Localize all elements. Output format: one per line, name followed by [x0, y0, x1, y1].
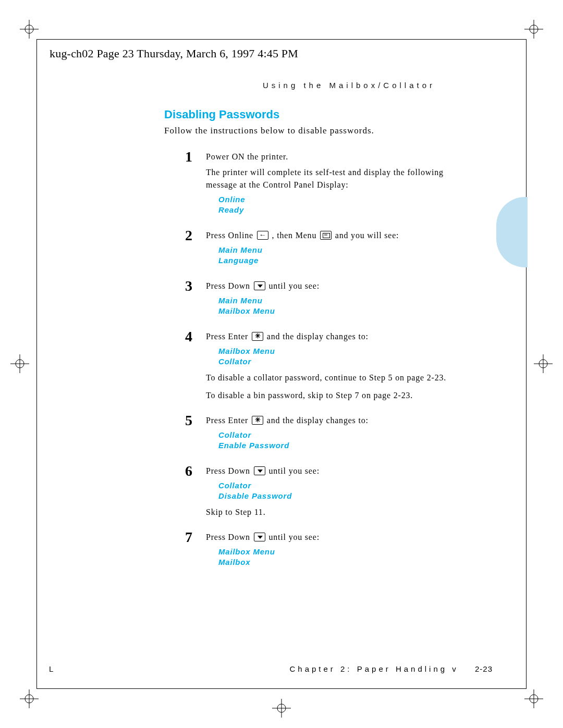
- online-button-icon: [257, 231, 268, 240]
- corner-mark: L: [49, 664, 53, 673]
- page-content: Using the Mailbox/Collator Disabling Pas…: [50, 81, 467, 582]
- lcd-display: Mailbox Menu Mailbox: [218, 547, 461, 567]
- enter-button-icon: [252, 416, 263, 425]
- step-6: 6 Press Down until you see: Collator Dis…: [185, 465, 461, 522]
- page-number: 2-23: [475, 664, 493, 673]
- page-footer: Chapter 2: Paper Handling v 2-23: [290, 664, 493, 673]
- crop-mark-icon: [524, 689, 543, 708]
- menu-button-icon: [320, 231, 332, 240]
- step-7: 7 Press Down until you see: Mailbox Menu…: [185, 531, 461, 572]
- step-5: 5 Press Enter and the display changes to…: [185, 414, 461, 455]
- step-3: 3 Press Down until you see: Main Menu Ma…: [185, 280, 461, 321]
- step-text: Press Down until you see:: [206, 465, 461, 477]
- lcd-display: Mailbox Menu Collator: [218, 346, 461, 366]
- step-text: Press Down until you see:: [206, 531, 461, 544]
- step-text: Press Down until you see:: [206, 280, 461, 292]
- step-number: 5: [185, 413, 206, 455]
- crop-mark-icon: [524, 20, 543, 39]
- step-note: To disable a collator password, continue…: [206, 372, 461, 384]
- crop-mark-icon: [10, 354, 29, 373]
- step-note: To disable a bin password, skip to Step …: [206, 389, 461, 402]
- step-number: 3: [185, 279, 206, 321]
- step-text: The printer will complete its self-test …: [206, 166, 461, 191]
- file-stamp: kug-ch02 Page 23 Thursday, March 6, 1997…: [50, 47, 298, 60]
- crop-mark-icon: [534, 354, 553, 373]
- lcd-display: Collator Disable Password: [218, 480, 461, 501]
- crop-mark-icon: [20, 20, 39, 39]
- step-text: Power ON the printer.: [206, 151, 461, 163]
- step-note: Skip to Step 11.: [206, 506, 461, 519]
- lcd-display: Main Menu Mailbox Menu: [218, 295, 461, 316]
- step-number: 4: [185, 329, 206, 405]
- running-head: Using the Mailbox/Collator: [50, 81, 435, 90]
- step-number: 2: [185, 228, 206, 270]
- step-1: 1 Power ON the printer. The printer will…: [185, 151, 461, 220]
- crop-mark-icon: [20, 689, 39, 708]
- step-number: 6: [185, 464, 206, 522]
- down-button-icon: [254, 466, 265, 475]
- chapter-label: Chapter 2: Paper Handling: [290, 664, 448, 673]
- step-4: 4 Press Enter and the display changes to…: [185, 330, 461, 405]
- lcd-display: Online Ready: [218, 194, 461, 215]
- steps-list: 1 Power ON the printer. The printer will…: [185, 151, 461, 572]
- intro-text: Follow the instructions below to disable…: [164, 126, 467, 136]
- step-2: 2 Press Online , then Menu and you will …: [185, 229, 461, 270]
- lcd-display: Collator Enable Password: [218, 430, 461, 450]
- step-text: Press Enter and the display changes to:: [206, 330, 461, 343]
- crop-mark-icon: [272, 699, 291, 718]
- step-number: 7: [185, 530, 206, 572]
- enter-button-icon: [252, 332, 263, 341]
- step-number: 1: [185, 150, 206, 220]
- section-title: Disabling Passwords: [164, 108, 467, 121]
- step-text: Press Online , then Menu and you will se…: [206, 229, 461, 242]
- lcd-display: Main Menu Language: [218, 245, 461, 265]
- footer-arrow-icon: v: [452, 664, 459, 673]
- down-button-icon: [254, 281, 265, 290]
- step-text: Press Enter and the display changes to:: [206, 414, 461, 427]
- down-button-icon: [254, 533, 265, 541]
